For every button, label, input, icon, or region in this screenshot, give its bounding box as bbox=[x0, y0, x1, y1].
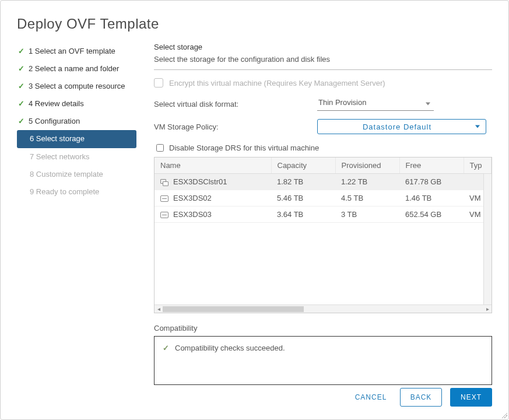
vm-storage-policy-label: VM Storage Policy: bbox=[154, 123, 317, 131]
deploy-ovf-dialog: Deploy OVF Template ✓ 1 Select an OVF te… bbox=[0, 0, 509, 420]
cell-capacity: 5.46 TB bbox=[271, 190, 335, 206]
scroll-thumb[interactable] bbox=[163, 306, 304, 312]
step-1-ovf-template[interactable]: ✓ 1 Select an OVF template bbox=[17, 43, 136, 60]
encrypt-checkbox bbox=[154, 78, 163, 88]
step-7-select-networks: 7 Select networks bbox=[17, 148, 136, 166]
cell-capacity: 1.82 TB bbox=[271, 174, 335, 190]
disk-format-row: Select virtual disk format: Thin Provisi… bbox=[154, 97, 492, 111]
check-icon: ✓ bbox=[18, 115, 25, 128]
wizard-steps: ✓ 1 Select an OVF template ✓ 2 Select a … bbox=[17, 43, 136, 385]
table-header-row: Name Capacity Provisioned Free Typ bbox=[155, 158, 492, 174]
cell-free: 617.78 GB bbox=[399, 174, 464, 190]
main-panel: Select storage Select the storage for th… bbox=[154, 43, 492, 385]
step-label: 6 Select storage bbox=[30, 132, 85, 145]
step-2-name-folder[interactable]: ✓ 2 Select a name and folder bbox=[17, 60, 136, 78]
next-button[interactable]: NEXT bbox=[450, 388, 492, 407]
step-label: 3 Select a compute resource bbox=[29, 80, 125, 93]
cell-free: 652.54 GB bbox=[399, 206, 464, 223]
cancel-button[interactable]: CANCEL bbox=[350, 388, 392, 407]
table-row[interactable]: ESX3DSClstr01 1.82 TB 1.22 TB 617.78 GB bbox=[155, 174, 492, 190]
step-4-review-details[interactable]: ✓ 4 Review details bbox=[17, 95, 136, 113]
step-9-ready-to-complete: 9 Ready to complete bbox=[17, 183, 136, 201]
cell-name: ESX3DSClstr01 bbox=[173, 177, 227, 186]
compatibility-label: Compatibility bbox=[154, 324, 492, 332]
dialog-title: Deploy OVF Template bbox=[17, 16, 492, 32]
datastore-icon bbox=[160, 212, 169, 218]
disk-format-select[interactable]: Thin Provision bbox=[317, 97, 434, 111]
col-type[interactable]: Typ bbox=[464, 158, 492, 174]
col-free[interactable]: Free bbox=[399, 158, 464, 174]
step-label: 5 Configuration bbox=[29, 115, 80, 128]
cell-free: 1.46 TB bbox=[399, 190, 464, 206]
table-row[interactable]: ESX3DS03 3.64 TB 3 TB 652.54 GB VM bbox=[155, 206, 492, 223]
section-subtitle: Select the storage for the configuration… bbox=[154, 55, 492, 64]
datastore-cluster-icon bbox=[160, 179, 169, 186]
step-8-customize-template: 8 Customize template bbox=[17, 166, 136, 183]
table-row[interactable]: ESX3DS02 5.46 TB 4.5 TB 1.46 TB VM bbox=[155, 190, 492, 206]
encrypt-label: Encrypt this virtual machine (Requires K… bbox=[169, 79, 385, 88]
compatibility-section: Compatibility ✓ Compatibility checks suc… bbox=[154, 324, 492, 385]
check-icon: ✓ bbox=[18, 97, 25, 110]
step-3-compute-resource[interactable]: ✓ 3 Select a compute resource bbox=[17, 78, 136, 95]
disk-format-value: Thin Provision bbox=[317, 97, 434, 111]
encrypt-row: Encrypt this virtual machine (Requires K… bbox=[154, 78, 492, 88]
datastore-icon bbox=[160, 195, 169, 202]
step-label: 8 Customize template bbox=[30, 168, 103, 181]
disk-format-label: Select virtual disk format: bbox=[154, 100, 317, 108]
cell-provisioned: 4.5 TB bbox=[335, 190, 399, 206]
col-capacity[interactable]: Capacity bbox=[271, 158, 335, 174]
cell-capacity: 3.64 TB bbox=[271, 206, 335, 223]
step-label: 9 Ready to complete bbox=[30, 186, 99, 198]
step-label: 4 Review details bbox=[29, 97, 84, 110]
step-6-select-storage[interactable]: 6 Select storage bbox=[17, 130, 136, 148]
vm-storage-policy-value: Datastore Default bbox=[363, 123, 431, 131]
section-title: Select storage bbox=[154, 43, 492, 51]
back-button[interactable]: BACK bbox=[400, 388, 442, 407]
scroll-left-icon[interactable]: ◂ bbox=[155, 306, 163, 312]
step-5-configuration[interactable]: ✓ 5 Configuration bbox=[17, 113, 136, 130]
dialog-footer: CANCEL BACK NEXT bbox=[350, 388, 492, 407]
cell-name: ESX3DS03 bbox=[173, 210, 212, 219]
disable-drs-checkbox[interactable] bbox=[156, 144, 164, 152]
resize-grip-icon[interactable] bbox=[500, 411, 507, 418]
disable-drs-label: Disable Storage DRS for this virtual mac… bbox=[169, 144, 319, 152]
step-label: 1 Select an OVF template bbox=[29, 45, 115, 58]
vertical-scrollbar[interactable] bbox=[483, 174, 492, 304]
col-name[interactable]: Name bbox=[155, 158, 271, 174]
cell-name: ESX3DS02 bbox=[173, 194, 212, 202]
check-icon: ✓ bbox=[163, 344, 169, 352]
divider bbox=[154, 69, 492, 70]
datastore-table: Name Capacity Provisioned Free Typ bbox=[154, 157, 492, 313]
step-label: 7 Select networks bbox=[30, 150, 90, 163]
vm-storage-policy-select[interactable]: Datastore Default bbox=[317, 119, 486, 134]
check-icon: ✓ bbox=[18, 45, 25, 58]
compatibility-message: Compatibility checks succeeded. bbox=[175, 344, 285, 352]
step-label: 2 Select a name and folder bbox=[29, 62, 119, 75]
cell-provisioned: 1.22 TB bbox=[335, 174, 399, 190]
scroll-right-icon[interactable]: ▸ bbox=[483, 306, 492, 312]
horizontal-scrollbar[interactable]: ◂ ▸ bbox=[155, 304, 492, 313]
disable-drs-row: Disable Storage DRS for this virtual mac… bbox=[154, 142, 492, 153]
col-provisioned[interactable]: Provisioned bbox=[335, 158, 399, 174]
check-icon: ✓ bbox=[18, 62, 25, 75]
check-icon: ✓ bbox=[18, 80, 25, 93]
compatibility-box: ✓ Compatibility checks succeeded. bbox=[154, 336, 492, 385]
cell-provisioned: 3 TB bbox=[335, 206, 399, 223]
vm-storage-policy-row: VM Storage Policy: Datastore Default bbox=[154, 119, 492, 134]
